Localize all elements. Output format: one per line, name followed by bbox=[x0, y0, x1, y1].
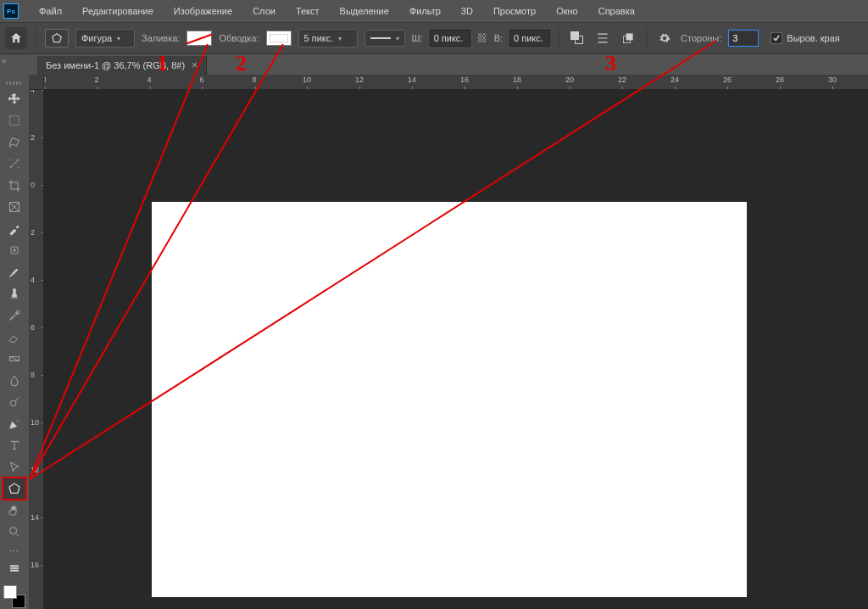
width-input[interactable] bbox=[430, 30, 470, 47]
height-input[interactable] bbox=[509, 30, 550, 47]
width-label: Ш: bbox=[412, 33, 423, 43]
tool-path-select[interactable] bbox=[3, 456, 26, 478]
close-tab-button[interactable]: × bbox=[192, 60, 198, 70]
ruler-corner bbox=[29, 75, 44, 90]
home-icon bbox=[9, 31, 23, 45]
tool-eraser[interactable] bbox=[3, 327, 26, 349]
svg-marker-9 bbox=[9, 483, 19, 493]
menu-window[interactable]: Окно bbox=[546, 0, 588, 22]
menu-edit[interactable]: Редактирование bbox=[72, 0, 164, 22]
svg-rect-12 bbox=[10, 567, 18, 568]
stroke-width-value: 5 пикс. bbox=[304, 33, 334, 43]
panel-grip[interactable] bbox=[6, 81, 23, 85]
stroke-swatch[interactable] bbox=[266, 31, 292, 46]
document-tab[interactable]: Без имени-1 @ 36,7% (RGB, 8#) × bbox=[37, 56, 207, 75]
menu-text[interactable]: Текст bbox=[286, 0, 330, 22]
fill-label: Заливка: bbox=[142, 33, 180, 43]
gear-icon bbox=[659, 32, 670, 44]
chevron-down-icon: ▾ bbox=[338, 35, 342, 42]
sides-input[interactable] bbox=[728, 30, 759, 47]
menu-filter[interactable]: Фильтр bbox=[399, 0, 451, 22]
separator bbox=[559, 28, 559, 48]
svg-marker-0 bbox=[53, 34, 62, 42]
tool-type[interactable] bbox=[3, 434, 26, 456]
svg-rect-3 bbox=[10, 116, 19, 126]
tool-wand[interactable] bbox=[3, 154, 26, 176]
menu-layers[interactable]: Слои bbox=[242, 0, 286, 22]
foreground-background-swatch[interactable] bbox=[3, 584, 26, 609]
tool-brush[interactable] bbox=[3, 261, 26, 283]
tool-stamp[interactable] bbox=[3, 283, 26, 305]
document-workspace[interactable]: 024681012141618202224262830 420246810121… bbox=[29, 75, 868, 609]
tool-blur[interactable] bbox=[3, 370, 26, 392]
stroke-label: Обводка: bbox=[219, 33, 259, 43]
menu-select[interactable]: Выделение bbox=[330, 0, 399, 22]
menu-view[interactable]: Просмотр bbox=[483, 0, 546, 22]
svg-rect-13 bbox=[10, 570, 18, 571]
home-button[interactable] bbox=[5, 27, 27, 49]
tool-shape[interactable] bbox=[3, 478, 26, 500]
path-arrange[interactable] bbox=[619, 29, 637, 47]
chevron-down-icon: ▾ bbox=[396, 35, 399, 42]
annotation-label: 1 bbox=[157, 51, 168, 76]
menu-3d[interactable]: 3D bbox=[451, 0, 483, 22]
tool-hand[interactable] bbox=[3, 500, 26, 522]
path-align[interactable] bbox=[593, 29, 612, 47]
svg-point-10 bbox=[10, 528, 17, 534]
tool-heal[interactable] bbox=[3, 240, 26, 262]
tool-settings-button[interactable] bbox=[655, 29, 674, 47]
ruler-vertical: 42024681012141618 bbox=[29, 90, 44, 609]
annotation-label: 2 bbox=[236, 51, 247, 76]
menu-help[interactable]: Справка bbox=[588, 0, 645, 22]
tool-gradient[interactable] bbox=[3, 348, 26, 370]
tool-lasso[interactable] bbox=[3, 131, 26, 154]
tool-mode-dropdown[interactable]: Фигура ▾ bbox=[75, 29, 135, 47]
svg-rect-11 bbox=[10, 566, 18, 567]
align-edges-checkbox[interactable] bbox=[771, 32, 782, 44]
check-icon bbox=[773, 35, 780, 42]
options-bar: Фигура ▾ Заливка: Обводка: 5 пикс. ▾ ▾ Ш… bbox=[0, 22, 868, 54]
arrange-icon bbox=[621, 31, 635, 45]
main-area: ⋯ 024681012141618202224262830 4202468101… bbox=[0, 75, 868, 609]
menu-bar: Ps Файл Редактирование Изображение Слои … bbox=[0, 0, 868, 22]
separator bbox=[36, 28, 36, 48]
sides-label: Стороны: bbox=[681, 33, 721, 43]
stroke-width-dropdown[interactable]: 5 пикс. ▾ bbox=[298, 29, 358, 47]
foreground-color[interactable] bbox=[3, 585, 17, 599]
canvas[interactable] bbox=[152, 202, 747, 597]
menu-file[interactable]: Файл bbox=[29, 0, 72, 22]
polygon-icon bbox=[51, 32, 63, 44]
svg-point-8 bbox=[10, 400, 16, 406]
tool-frame[interactable] bbox=[3, 197, 26, 219]
chevron-down-icon: ▾ bbox=[117, 35, 120, 42]
tool-marquee[interactable] bbox=[3, 109, 26, 131]
stroke-style-dropdown[interactable]: ▾ bbox=[364, 30, 405, 47]
separator bbox=[646, 28, 647, 48]
align-edges-label: Выров. края bbox=[787, 33, 839, 43]
tool-mode-label: Фигура bbox=[81, 33, 112, 43]
tool-zoom[interactable] bbox=[3, 522, 26, 544]
tool-crop[interactable] bbox=[3, 175, 26, 197]
current-tool-indicator[interactable] bbox=[45, 29, 69, 47]
edit-toolbar-button[interactable] bbox=[3, 557, 26, 579]
link-icon[interactable]: ⛓ bbox=[477, 32, 487, 44]
tool-history-brush[interactable] bbox=[3, 304, 26, 327]
tools-panel: ⋯ bbox=[0, 75, 29, 609]
path-op-combine[interactable] bbox=[568, 29, 587, 47]
svg-rect-2 bbox=[626, 33, 633, 40]
tool-move[interactable] bbox=[3, 88, 26, 110]
app-logo: Ps bbox=[3, 3, 19, 19]
tool-pen[interactable] bbox=[3, 413, 26, 435]
ruler-horizontal: 024681012141618202224262830 bbox=[44, 75, 868, 90]
align-edges-option[interactable]: Выров. края bbox=[771, 32, 839, 44]
menu-image[interactable]: Изображение bbox=[164, 0, 242, 22]
tool-dodge[interactable] bbox=[3, 391, 26, 413]
height-label: В: bbox=[494, 33, 503, 43]
polygon-icon bbox=[8, 482, 21, 495]
document-tabs: Без имени-1 @ 36,7% (RGB, 8#) × bbox=[0, 54, 868, 75]
more-tools[interactable]: ⋯ bbox=[9, 546, 20, 557]
tool-eyedropper[interactable] bbox=[3, 218, 26, 240]
stroke-style-line-icon bbox=[370, 37, 391, 39]
panel-collapse-handle[interactable]: » bbox=[2, 56, 7, 65]
fill-swatch[interactable] bbox=[186, 31, 212, 46]
